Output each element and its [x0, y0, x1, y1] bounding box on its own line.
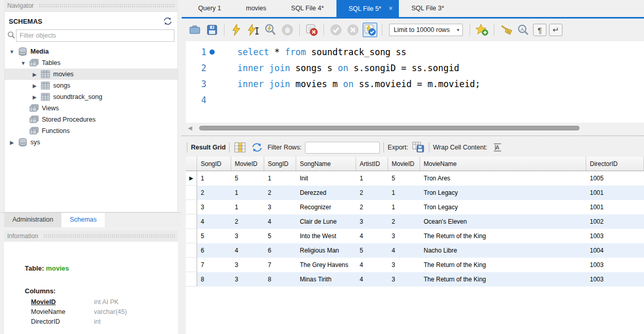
table-cell[interactable]: 1: [388, 200, 420, 214]
table-cell[interactable]: 1005: [586, 171, 644, 186]
table-cell[interactable]: 1: [388, 186, 420, 200]
column-header-songid-0[interactable]: SongID: [197, 157, 231, 171]
execute-current-icon[interactable]: [246, 23, 261, 37]
table-row[interactable]: 838Minas Tirith43The Return of the King1…: [186, 272, 644, 287]
table-cell[interactable]: 3: [388, 272, 420, 287]
table-cell[interactable]: 4: [388, 243, 420, 258]
table-cell[interactable]: 4: [356, 272, 388, 287]
table-cell[interactable]: 5: [231, 171, 264, 186]
table-cell[interactable]: Derezzed: [296, 186, 356, 200]
table-cell[interactable]: 4: [356, 229, 388, 243]
collapse-arrow-icon[interactable]: ▼: [7, 49, 17, 55]
sidebar-item-stored-procedures[interactable]: Stored Procedures: [5, 114, 178, 125]
table-cell[interactable]: Minas Tirith: [296, 272, 356, 287]
sidebar-item-functions[interactable]: Functions: [5, 125, 178, 137]
save-script-icon[interactable]: [205, 23, 219, 37]
column-header-directorid-7[interactable]: DirectorID: [586, 157, 644, 171]
rollback-icon[interactable]: [346, 23, 360, 37]
filter-rows-input[interactable]: [305, 142, 380, 154]
execute-icon[interactable]: [229, 23, 244, 37]
table-cell[interactable]: Tron Ares: [420, 171, 586, 186]
table-cell[interactable]: 2: [388, 214, 420, 229]
table-cell[interactable]: 4: [197, 214, 231, 229]
new-snippet-icon[interactable]: [475, 23, 489, 37]
table-cell[interactable]: 1003: [586, 272, 644, 287]
column-header-songid-2[interactable]: SongID: [264, 157, 296, 171]
table-cell[interactable]: 3: [388, 229, 420, 243]
refresh-schemas-icon[interactable]: [162, 17, 173, 25]
row-marker-cell[interactable]: [186, 186, 197, 200]
row-marker-cell[interactable]: [186, 272, 197, 287]
table-row[interactable]: 646Religious Man54Nacho Libre1004: [186, 243, 644, 258]
table-cell[interactable]: Nacho Libre: [420, 243, 586, 258]
find-icon[interactable]: A: [516, 23, 530, 37]
table-cell[interactable]: 8: [264, 272, 296, 287]
table-cell[interactable]: Init: [296, 171, 356, 186]
table-cell[interactable]: 1003: [586, 229, 644, 243]
editor-tab-movies[interactable]: movies: [233, 0, 279, 17]
table-cell[interactable]: 3: [231, 272, 264, 287]
table-cell[interactable]: 5: [197, 229, 231, 243]
table-row[interactable]: ▶151Init15Tron Ares1005: [186, 171, 644, 186]
table-cell[interactable]: Tron Legacy: [420, 186, 586, 200]
sidebar-item-movies[interactable]: ▶movies: [5, 69, 178, 80]
table-cell[interactable]: 7: [264, 258, 296, 272]
column-header-artistid-4[interactable]: ArtistID: [356, 157, 388, 171]
table-cell[interactable]: 2: [231, 214, 264, 229]
table-cell[interactable]: 1: [231, 186, 264, 200]
filter-objects-input[interactable]: [16, 29, 174, 42]
beautify-icon[interactable]: [499, 23, 513, 37]
export-icon[interactable]: [412, 141, 425, 154]
row-marker-cell[interactable]: [186, 214, 197, 229]
editor-tab-sql-file-4[interactable]: SQL File 4*: [279, 0, 336, 17]
table-cell[interactable]: 1002: [586, 214, 644, 229]
sidebar-item-sys[interactable]: ▶sys: [5, 137, 178, 148]
table-cell[interactable]: 1001: [586, 186, 644, 200]
invisibles-icon[interactable]: ¶: [533, 24, 546, 36]
table-cell[interactable]: 2: [356, 200, 388, 214]
row-marker-cell[interactable]: [186, 200, 197, 214]
table-cell[interactable]: 3: [388, 258, 420, 272]
table-cell[interactable]: The Grey Havens: [296, 258, 356, 272]
sidebar-item-media[interactable]: ▼Media: [5, 46, 178, 57]
editor-horizontal-scrollbar[interactable]: ◀: [186, 123, 644, 134]
limit-rows-dropdown[interactable]: Limit to 10000 rows▾: [389, 24, 463, 36]
sidebar-item-views[interactable]: Views: [5, 103, 178, 114]
table-cell[interactable]: 1: [264, 171, 296, 186]
grid-icon[interactable]: [233, 141, 247, 154]
table-row[interactable]: 313Recognizer21Tron Legacy1001: [186, 200, 644, 214]
wrap-cell-icon[interactable]: A: [491, 141, 504, 154]
table-row[interactable]: 424Clair de Lune32Ocean's Eleven1002: [186, 214, 644, 229]
expand-arrow-icon[interactable]: ▶: [29, 94, 40, 100]
commit-icon[interactable]: [329, 23, 343, 37]
table-cell[interactable]: Clair de Lune: [296, 214, 356, 229]
table-cell[interactable]: 1: [197, 171, 231, 186]
sidebar-item-soundtrack-song[interactable]: ▶soundtrack_song: [5, 91, 178, 103]
row-marker-cell[interactable]: ▶: [186, 171, 197, 186]
collapse-arrow-icon[interactable]: ▼: [18, 60, 28, 66]
table-cell[interactable]: 3: [231, 258, 264, 272]
table-cell[interactable]: 5: [264, 229, 296, 243]
column-header-songname-3[interactable]: SongName: [296, 157, 356, 171]
row-marker-cell[interactable]: [186, 258, 197, 272]
table-cell[interactable]: 3: [231, 229, 264, 243]
table-cell[interactable]: 6: [264, 243, 296, 258]
table-cell[interactable]: Ocean's Eleven: [420, 214, 586, 229]
table-row[interactable]: 212Derezzed21Tron Legacy1001: [186, 186, 644, 200]
table-row[interactable]: 737The Grey Havens43The Return of the Ki…: [186, 258, 644, 272]
sidebar-item-tables[interactable]: ▼Tables: [5, 57, 178, 69]
sql-code-editor[interactable]: 1select * from soundtrack_song ss2inner …: [186, 41, 644, 123]
table-cell[interactable]: The Return of the King: [420, 229, 586, 243]
column-header-moviename-6[interactable]: MovieName: [420, 157, 586, 171]
expand-arrow-icon[interactable]: ▶: [29, 72, 40, 77]
table-row[interactable]: 535Into the West43The Return of the King…: [186, 229, 644, 243]
table-cell[interactable]: The Return of the King: [420, 272, 586, 287]
explain-icon[interactable]: [263, 23, 278, 37]
toggle-autocommit-icon[interactable]: [363, 23, 377, 37]
table-cell[interactable]: 5: [388, 171, 420, 186]
editor-tab-query-1[interactable]: Query 1: [186, 0, 233, 17]
table-cell[interactable]: Into the West: [296, 229, 356, 243]
table-cell[interactable]: 1: [231, 200, 264, 214]
table-cell[interactable]: 4: [231, 243, 264, 258]
table-cell[interactable]: 2: [356, 186, 388, 200]
